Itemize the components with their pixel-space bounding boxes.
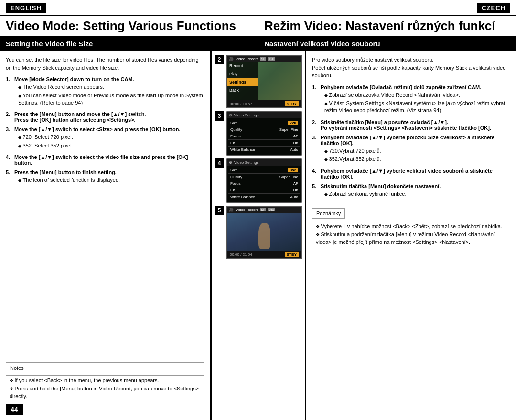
step-2-cz: 2. Stiskněte tlačítko [Menu] a posuňte o…	[312, 119, 510, 131]
settings-row-size-3: Size 720	[228, 120, 300, 126]
cam-screen-2: 🎥 Video Record SF 720 Record Play Settin…	[226, 55, 302, 108]
sub-1-2-cz: V části System Settings <Nastavení systé…	[324, 100, 510, 115]
settings-row-quality-3: Quality Super Fine	[228, 126, 300, 133]
step-bold-3-en: Move the [▲/▼] switch to select <Size> a…	[14, 126, 181, 132]
sub-5-1-en: The icon of selected function is display…	[18, 177, 204, 184]
cam-time-2: 00:00 / 10:57	[230, 102, 252, 106]
step-num-2-en: 2.	[6, 111, 12, 123]
step-bold-5-en: Press the [Menu] button to finish settin…	[14, 169, 117, 175]
step-2-en: 2. Press the [Menu] button and move the …	[6, 111, 204, 123]
header-row: ENGLISH CZECH	[0, 0, 516, 16]
step-content-4-en: Move the [▲/▼] switch to select the vide…	[14, 154, 204, 166]
step-bold-2b-cz: Po vybrání možnosti <Settings> <Nastaven…	[321, 125, 491, 131]
cam-settings-4: Size 352 Quality Super Fine Focus AF E	[227, 166, 301, 202]
poznamky-label: Poznámky	[316, 210, 341, 216]
sub-list-1-en: The Video Record screen appears. You can…	[14, 84, 204, 106]
note-1-cz: Vyberete-li v nabídce možnost <Back> <Zp…	[316, 223, 510, 230]
cam-screen-4: ⚙ Video Settings Size 352 Quality Super …	[226, 158, 302, 203]
notes-list-cz: Vyberete-li v nabídce možnost <Back> <Zp…	[312, 223, 510, 246]
step-content-3-cz: Pohybem ovladače [▲/▼] vyberte položku S…	[321, 135, 510, 164]
step-num-2-cz: 2.	[312, 119, 319, 131]
settings-row-wb-4: White Balance Auto	[228, 194, 300, 200]
sub-list-5-cz: Zobrazí se ikona vybrané funkce.	[321, 190, 510, 198]
step-content-3-en: Move the [▲/▼] switch to select <Size> a…	[14, 126, 204, 150]
settings-row-quality-4: Quality Super Fine	[228, 174, 300, 180]
sub-item-1-1-en: The Video Record screen appears.	[18, 84, 204, 91]
section-heading-cz: Nastavení velikosti video souboru	[258, 37, 516, 50]
sub-list-3-cz: 720:Vybrat 720 pixelů. 352:Vybrat 352 pi…	[321, 147, 510, 163]
screen-4-wrapper: 4 ⚙ Video Settings Size 352 Quality Su	[215, 158, 302, 203]
step-bold-2a-en: Press the [Menu] button and move the [▲/…	[14, 111, 146, 117]
step-bold-2a-cz: Stiskněte tlačítko [Menu] a posuňte ovla…	[321, 119, 448, 125]
step-4-cz: 4. Pohybem ovladače [▲/▼] vyberte veliko…	[312, 168, 510, 179]
sub-list-5-en: The icon of selected function is display…	[14, 177, 204, 184]
cam-icon-4: ⚙	[229, 160, 232, 165]
sub-3-2-en: 352: Select 352 pixel.	[18, 142, 204, 149]
note-1-en: If you select <Back> in the menu, the pr…	[10, 377, 204, 384]
step-content-4-cz: Pohybem ovladače [▲/▼] vyberte velikost …	[321, 168, 510, 179]
screen-badge-2: 2	[215, 55, 224, 64]
intro-text-en: You can set the file size for video file…	[6, 56, 204, 72]
intro-text-cz: Pro video soubory můžete nastavit veliko…	[312, 56, 510, 80]
step-4-en: 4. Move the [▲/▼] switch to select the v…	[6, 154, 204, 166]
sub-list-1-cz: Zobrazí se obrazovka Video Record <Nahrá…	[321, 92, 510, 115]
note-2-en: Press and hold the [Menu] button in Vide…	[10, 385, 204, 400]
cam-topbar-3: ⚙ Video Settings	[227, 112, 301, 118]
notes-label-en: Notes	[10, 365, 200, 371]
step-bold-5-cz: Stisknutím tlačítka [Menu] dokončete nas…	[321, 183, 441, 189]
cam-title-4: Video Settings	[234, 160, 258, 165]
cam-topbar-4: ⚙ Video Settings	[227, 159, 301, 166]
title-left: Video Mode: Setting Various Functions	[0, 16, 258, 36]
settings-row-eis-3: EIS On	[228, 140, 300, 147]
screen-3-wrapper: 3 ⚙ Video Settings Size 720 Quality Su	[215, 111, 302, 156]
screen-badge-3: 3	[215, 111, 224, 121]
sub-item-1-2-en: You can select Video mode or Previous mo…	[18, 92, 204, 107]
step-bold-1-en: Move [Mode Selector] down to turn on the…	[14, 76, 134, 82]
header-right: CZECH	[258, 0, 516, 15]
sub-list-3-en: 720: Select 720 pixel. 352: Select 352 p…	[14, 134, 204, 149]
notes-list-en: If you select <Back> in the menu, the pr…	[6, 377, 204, 400]
settings-row-size-4: Size 352	[228, 167, 300, 174]
title-row: Video Mode: Setting Various Functions Re…	[0, 16, 516, 37]
sub-3-1-cz: 720:Vybrat 720 pixelů.	[324, 147, 510, 155]
cam-time-5: 00:00 / 21:54	[230, 252, 252, 257]
lang-badge-en: ENGLISH	[6, 3, 46, 13]
sub-5-1-cz: Zobrazí se ikona vybrané funkce.	[324, 190, 510, 198]
title-right: Režim Video: Nastavení různých funkcí	[258, 16, 516, 36]
cam-stby-5: STBY	[285, 252, 299, 257]
cam-title-3: Video Settings	[234, 113, 258, 117]
cam-topbar-5: 🎥 Video Record SF 352	[227, 207, 301, 213]
cam-body-5	[227, 213, 301, 251]
step-num-4-en: 4.	[6, 154, 12, 166]
right-column: Pro video soubory můžete nastavit veliko…	[306, 51, 516, 420]
screen-5-wrapper: 5 🎥 Video Record SF 352	[215, 206, 302, 259]
step-5-en: 5. Press the [Menu] button to finish set…	[6, 169, 204, 185]
step-num-1-en: 1.	[6, 76, 12, 107]
step-bold-4-cz: Pohybem ovladače [▲/▼] vyberte velikost …	[321, 168, 493, 179]
page-number-box: 44	[6, 404, 204, 415]
step-bold-2b-en: Press the [OK] button after selecting <S…	[14, 117, 136, 123]
sub-3-1-en: 720: Select 720 pixel.	[18, 134, 204, 141]
section-header-row: Setting the Video file Size Nastavení ve…	[0, 37, 516, 51]
title-cz: Režim Video: Nastavení různých funkcí	[264, 19, 510, 33]
step-num-4-cz: 4.	[312, 168, 319, 179]
main-three-col: You can set the file size for video file…	[0, 51, 516, 420]
sub-3-2-cz: 352:Vybrat 352 pixelů.	[324, 156, 510, 163]
sub-1-1-cz: Zobrazí se obrazovka Video Record <Nahrá…	[324, 92, 510, 99]
cam-screen-5: 🎥 Video Record SF 352	[226, 206, 302, 259]
settings-row-eis-4: EIS On	[228, 187, 300, 194]
cam-icon-2: 🎥	[229, 57, 234, 61]
cam-menu-play: Play	[227, 70, 258, 78]
settings-row-focus-4: Focus AF	[228, 180, 300, 187]
cam-menu-2: Record Play Settings Back	[227, 62, 258, 100]
settings-row-focus-3: Focus AF	[228, 133, 300, 140]
page-container: ENGLISH CZECH Video Mode: Setting Variou…	[0, 0, 516, 420]
note-2-cz: Stisknutím a podržením tlačítka [Menu] v…	[316, 231, 510, 246]
step-bold-3-cz: Pohybem ovladače [▲/▼] vyberte položku S…	[321, 135, 494, 146]
step-3-en: 3. Move the [▲/▼] switch to select <Size…	[6, 126, 204, 150]
step-num-3-cz: 3.	[312, 135, 319, 164]
step-5-cz: 5. Stisknutím tlačítka [Menu] dokončete …	[312, 183, 510, 199]
left-column: You can set the file size for video file…	[0, 51, 211, 420]
step-3-cz: 3. Pohybem ovladače [▲/▼] vyberte položk…	[312, 135, 510, 164]
step-bold-1-cz: Pohybem ovladače [Ovladač režimů] dolů z…	[321, 84, 481, 90]
